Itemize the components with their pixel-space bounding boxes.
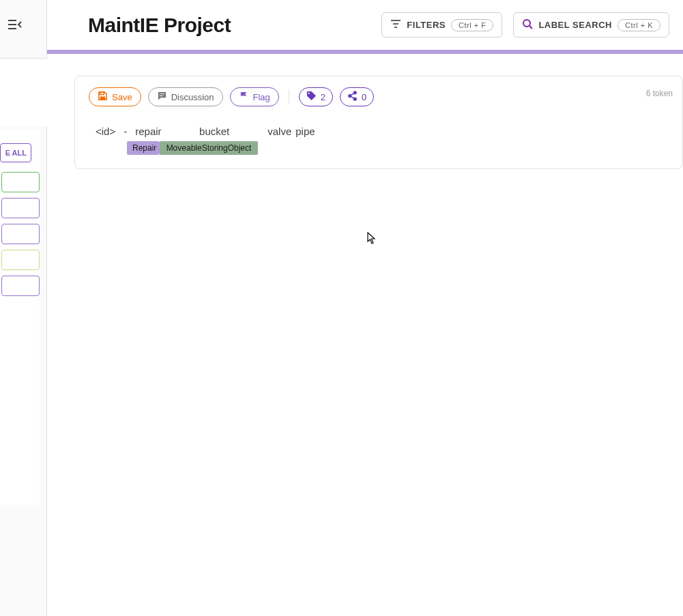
filters-label: FILTERS <box>407 20 446 30</box>
annotation-row: <id> - repair bucket valve pip <box>89 126 669 155</box>
label-row: Repair MoveableStoringObject <box>127 141 669 155</box>
discussion-label: Discussion <box>171 92 214 102</box>
sidebar-label-item-4[interactable] <box>1 250 40 270</box>
sidebar-lower-panel: E ALL <box>0 130 40 505</box>
card-toolbar: Save Discussion <box>89 87 669 106</box>
annotation-card: Save Discussion <box>74 76 683 169</box>
label-repair[interactable]: Repair <box>127 141 160 155</box>
svg-rect-8 <box>100 92 104 95</box>
expand-all-button[interactable]: E ALL <box>0 143 31 162</box>
svg-line-7 <box>529 26 532 29</box>
sidebar-label-item-5[interactable] <box>1 276 40 296</box>
share-count-button[interactable]: 0 <box>340 87 374 106</box>
expand-all-label: E ALL <box>5 149 27 157</box>
discussion-button[interactable]: Discussion <box>148 87 223 106</box>
tag-count-value: 2 <box>321 92 325 102</box>
save-button[interactable]: Save <box>89 87 141 106</box>
share-count-value: 0 <box>362 92 366 102</box>
sidebar-collapse-icon[interactable] <box>8 19 22 30</box>
token-valve[interactable]: valve <box>263 126 293 140</box>
save-label: Save <box>112 92 132 102</box>
cursor-icon <box>367 232 377 247</box>
label-moveable[interactable]: MoveableStoringObject <box>160 141 258 155</box>
sidebar-label-item-1[interactable] <box>1 172 40 192</box>
token-repair[interactable]: repair <box>131 126 165 140</box>
label-search-button[interactable]: LABEL SEARCH Ctrl + K <box>513 12 669 38</box>
token-bucket[interactable]: bucket <box>195 126 233 140</box>
share-icon <box>347 91 358 103</box>
sidebar-label-item-3[interactable] <box>1 224 40 244</box>
svg-point-6 <box>523 20 530 27</box>
tag-count-button[interactable]: 2 <box>299 87 333 106</box>
page-title: MaintIE Project <box>88 14 370 37</box>
save-icon <box>98 91 108 103</box>
chat-icon <box>157 91 167 103</box>
search-icon <box>522 18 533 31</box>
flag-label: Flag <box>253 92 270 102</box>
sidebar-label-item-2[interactable] <box>1 198 40 218</box>
filter-icon <box>390 18 401 31</box>
filters-shortcut: Ctrl + F <box>451 19 493 31</box>
svg-rect-9 <box>100 96 106 100</box>
toolbar-divider <box>289 89 289 104</box>
content-area: Save Discussion <box>47 54 683 169</box>
flag-button[interactable]: Flag <box>230 87 279 106</box>
svg-line-17 <box>351 96 354 98</box>
token-count: 6 token <box>646 89 673 98</box>
token-id[interactable]: <id> <box>91 126 119 140</box>
label-search-shortcut: Ctrl + K <box>617 19 660 31</box>
token-pipe[interactable]: pipe <box>293 126 319 140</box>
token-line: <id> - repair bucket valve pip <box>91 126 669 140</box>
header: MaintIE Project FILTERS Ctrl + F LABEL S… <box>47 0 683 50</box>
svg-line-16 <box>351 93 354 96</box>
svg-point-12 <box>308 93 309 94</box>
sidebar-upper-panel <box>0 58 47 126</box>
tag-icon <box>306 91 317 103</box>
main-area: MaintIE Project FILTERS Ctrl + F LABEL S… <box>47 0 683 616</box>
label-search-label: LABEL SEARCH <box>538 20 612 30</box>
token-dash[interactable]: - <box>119 126 131 140</box>
sidebar: E ALL <box>0 0 47 616</box>
filters-button[interactable]: FILTERS Ctrl + F <box>381 12 502 38</box>
flag-icon <box>239 91 249 103</box>
